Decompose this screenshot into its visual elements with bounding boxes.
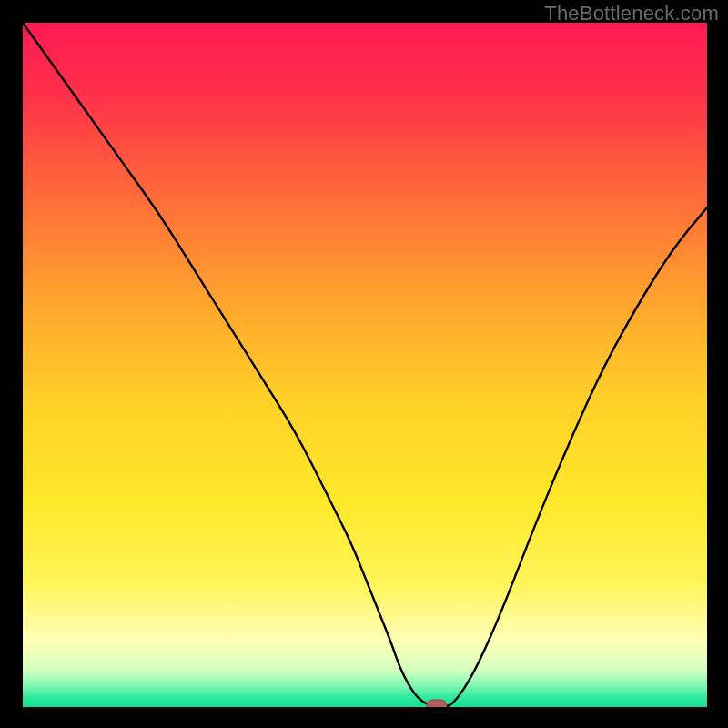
chart-frame: TheBottleneck.com — [0, 0, 728, 728]
plot-area — [23, 23, 707, 707]
bottleneck-chart — [23, 23, 707, 707]
watermark-text: TheBottleneck.com — [544, 2, 719, 25]
optimum-marker — [427, 700, 447, 707]
